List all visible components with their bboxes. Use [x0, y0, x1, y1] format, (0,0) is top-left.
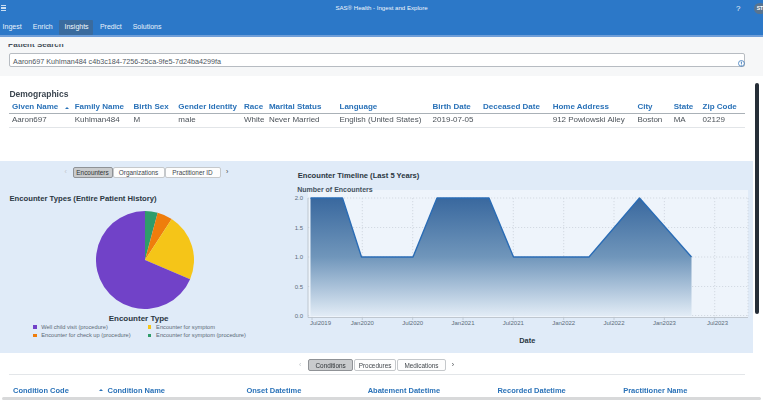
svg-text:Jan2020: Jan2020: [351, 320, 375, 326]
svg-text:Date: Date: [519, 336, 535, 345]
svg-text:Jan2022: Jan2022: [552, 320, 576, 326]
svg-text:2.0: 2.0: [295, 195, 304, 201]
svg-text:Number of Encounters: Number of Encounters: [297, 186, 373, 193]
svg-text:Jan2023: Jan2023: [653, 320, 677, 326]
svg-text:1.5: 1.5: [295, 225, 304, 231]
svg-text:0.0: 0.0: [295, 313, 304, 319]
svg-text:Jul2021: Jul2021: [503, 320, 525, 326]
svg-text:Encounter Timeline (Last 5 Yea: Encounter Timeline (Last 5 Years): [298, 171, 420, 180]
svg-text:Jan2021: Jan2021: [451, 320, 475, 326]
svg-text:0.5: 0.5: [295, 284, 304, 290]
svg-text:Jul2022: Jul2022: [603, 320, 625, 326]
svg-text:Jul2020: Jul2020: [402, 320, 424, 326]
svg-text:Jul2023: Jul2023: [707, 320, 729, 326]
svg-text:Jul2019: Jul2019: [310, 320, 332, 326]
svg-text:1.0: 1.0: [295, 254, 304, 260]
